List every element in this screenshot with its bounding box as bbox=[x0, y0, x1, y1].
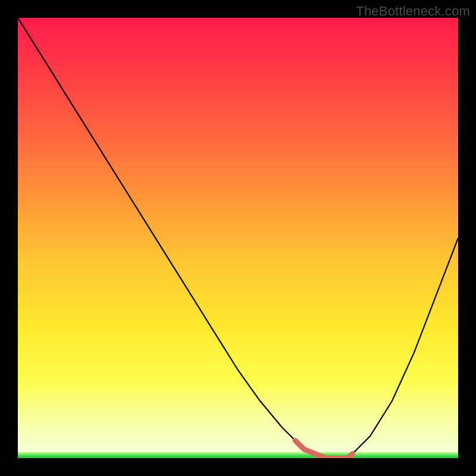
highlight-segment bbox=[18, 18, 458, 458]
plot-area bbox=[18, 18, 458, 458]
chart-frame: TheBottleneck.com bbox=[0, 0, 476, 476]
watermark-text: TheBottleneck.com bbox=[356, 4, 470, 19]
